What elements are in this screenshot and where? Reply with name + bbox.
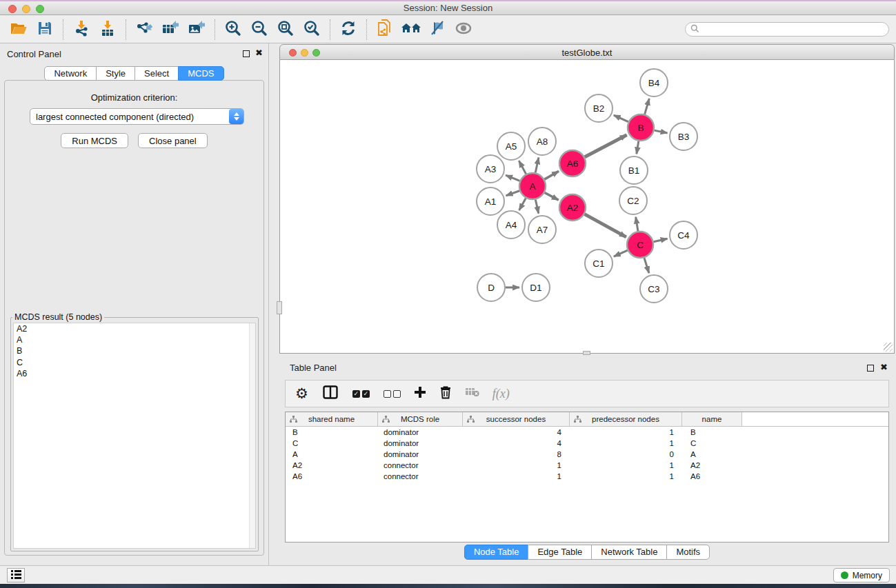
- mcds-result-item[interactable]: B: [14, 345, 255, 356]
- cell-predecessor-nodes[interactable]: 1: [570, 472, 682, 480]
- edge-A-A3[interactable]: [506, 175, 519, 181]
- cell-successor-nodes[interactable]: 1: [463, 461, 570, 469]
- edge-A6-B[interactable]: [585, 135, 627, 157]
- node-D1[interactable]: D1: [522, 274, 550, 301]
- close-panel-button[interactable]: Close panel: [138, 133, 208, 148]
- zoom-out-button[interactable]: [246, 18, 272, 41]
- node-B4[interactable]: B4: [640, 69, 668, 97]
- node-C2[interactable]: C2: [619, 187, 647, 214]
- control-panel-float-button[interactable]: [243, 50, 250, 57]
- cell-name[interactable]: A: [682, 450, 742, 458]
- column-header-predecessor-nodes[interactable]: predecessor nodes: [570, 412, 682, 426]
- edge-B-B2[interactable]: [614, 115, 628, 122]
- mcds-result-item[interactable]: A6: [14, 368, 255, 379]
- mcds-result-list[interactable]: A2ABCA6: [13, 323, 256, 549]
- tab-network[interactable]: Network: [44, 66, 97, 81]
- home-button[interactable]: [398, 18, 424, 41]
- show-columns-button[interactable]: [322, 382, 339, 405]
- cell-MCDS-role[interactable]: connector: [378, 461, 463, 469]
- tab-mcds[interactable]: MCDS: [178, 66, 223, 81]
- mcds-result-item[interactable]: C: [14, 357, 255, 368]
- table-row[interactable]: Cdominator41C: [286, 438, 888, 449]
- network-graph[interactable]: AA1A2A3A4A5A6A7A8BB1B2B3B4CC1C2C3C4DD1: [280, 60, 894, 352]
- node-C4[interactable]: C4: [670, 221, 697, 249]
- cell-name[interactable]: B: [682, 428, 742, 436]
- cell-successor-nodes[interactable]: 4: [463, 428, 570, 436]
- mcds-result-item[interactable]: A2: [14, 323, 255, 334]
- node-A8[interactable]: A8: [528, 128, 556, 155]
- zoom-selected-button[interactable]: [299, 18, 325, 41]
- cell-predecessor-nodes[interactable]: 1: [570, 439, 682, 447]
- cell-MCDS-role[interactable]: dominator: [378, 439, 463, 447]
- cell-name[interactable]: A2: [682, 461, 742, 469]
- optimization-criterion-dropdown[interactable]: largest connected component (directed): [30, 108, 244, 125]
- import-network-button[interactable]: [68, 18, 94, 41]
- task-history-button[interactable]: [7, 568, 25, 582]
- column-header-shared-name[interactable]: shared name: [286, 412, 378, 426]
- node-A3[interactable]: A3: [477, 155, 504, 183]
- run-mcds-button[interactable]: Run MCDS: [61, 133, 128, 148]
- edge-A2-C[interactable]: [585, 214, 626, 237]
- edge-C-C4[interactable]: [654, 239, 668, 241]
- table-settings-button[interactable]: ⚙: [295, 382, 308, 405]
- cell-predecessor-nodes[interactable]: 1: [570, 428, 682, 436]
- cell-successor-nodes[interactable]: 1: [463, 472, 570, 480]
- node-A4[interactable]: A4: [497, 211, 525, 239]
- delete-column-button[interactable]: [439, 382, 452, 405]
- tab-style[interactable]: Style: [96, 66, 135, 81]
- column-header-name[interactable]: name: [682, 412, 742, 426]
- network-left-grip-handle[interactable]: [277, 301, 282, 314]
- export-network-button[interactable]: [131, 18, 157, 41]
- tab-edge-table[interactable]: Edge Table: [528, 545, 592, 560]
- table-panel-close-button[interactable]: ✖: [880, 364, 888, 371]
- network-window-titlebar[interactable]: testGlobe.txt: [279, 44, 895, 60]
- tab-network-table[interactable]: Network Table: [591, 545, 667, 560]
- edge-A-A5[interactable]: [519, 161, 526, 174]
- import-table-button[interactable]: [94, 18, 121, 41]
- cell-successor-nodes[interactable]: 4: [463, 439, 570, 447]
- node-A6[interactable]: A6: [559, 150, 586, 176]
- mcds-result-item[interactable]: A: [14, 334, 255, 345]
- edge-A-A7[interactable]: [535, 200, 538, 214]
- tab-select[interactable]: Select: [135, 66, 179, 81]
- edge-B-B4[interactable]: [645, 99, 650, 114]
- window-resize-grip[interactable]: [884, 343, 893, 352]
- edge-A-A1[interactable]: [506, 191, 520, 196]
- toggle-graphics-details-button[interactable]: [424, 18, 450, 41]
- node-B1[interactable]: B1: [620, 156, 648, 184]
- edge-C-C2[interactable]: [636, 217, 638, 232]
- edge-A-A8[interactable]: [535, 157, 539, 172]
- node-D[interactable]: D: [477, 274, 505, 301]
- cell-name[interactable]: C: [682, 439, 742, 447]
- cell-predecessor-nodes[interactable]: 1: [570, 461, 682, 469]
- cell-shared-name[interactable]: A: [286, 450, 378, 458]
- cell-MCDS-role[interactable]: dominator: [378, 450, 463, 458]
- control-panel-close-button[interactable]: ✖: [255, 50, 263, 57]
- select-all-columns-button[interactable]: ✓✓: [352, 382, 370, 405]
- zoom-fit-button[interactable]: [272, 18, 299, 41]
- export-image-button[interactable]: [183, 18, 210, 41]
- zoom-in-button[interactable]: [220, 18, 246, 41]
- table-row[interactable]: Adominator80A: [286, 449, 888, 460]
- cell-shared-name[interactable]: B: [286, 428, 378, 436]
- save-session-button[interactable]: [32, 18, 58, 41]
- edge-A-A4[interactable]: [519, 198, 526, 210]
- node-A1[interactable]: A1: [477, 187, 504, 215]
- open-file-button[interactable]: [6, 18, 32, 41]
- table-row[interactable]: A6connector11A6: [286, 471, 888, 482]
- node-C3[interactable]: C3: [640, 275, 668, 303]
- cell-name[interactable]: A6: [682, 472, 742, 480]
- node-A7[interactable]: A7: [528, 216, 556, 243]
- node-table[interactable]: shared nameMCDS rolesuccessor nodesprede…: [285, 412, 889, 543]
- edge-A-A6[interactable]: [544, 171, 559, 179]
- table-panel-float-button[interactable]: [867, 365, 874, 372]
- search-field[interactable]: [685, 22, 889, 37]
- cell-MCDS-role[interactable]: dominator: [378, 428, 463, 436]
- cell-predecessor-nodes[interactable]: 0: [570, 450, 682, 458]
- edge-B-B3[interactable]: [655, 130, 668, 133]
- node-C[interactable]: C: [627, 232, 653, 258]
- mcds-list-scrollbar[interactable]: [249, 323, 255, 548]
- search-input[interactable]: [702, 24, 888, 35]
- network-bottom-grip-handle[interactable]: [583, 351, 590, 355]
- cell-shared-name[interactable]: A6: [286, 472, 378, 480]
